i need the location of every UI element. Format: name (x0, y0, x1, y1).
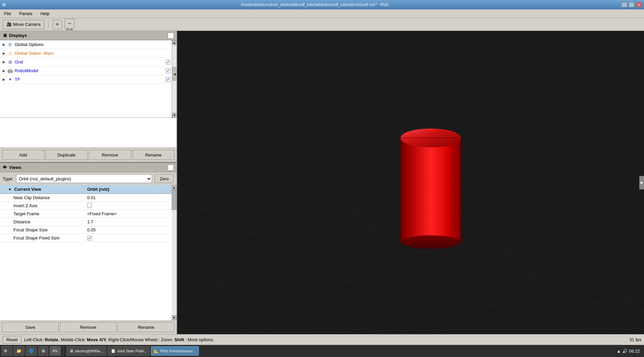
close-button[interactable]: ✕ (636, 2, 642, 7)
menu-file[interactable]: File (3, 10, 12, 17)
near-clip-label: Near Clip Distance (0, 195, 87, 200)
menu-help[interactable]: Help (39, 10, 51, 17)
tf-icon: ✦ (7, 76, 13, 83)
views-row-invert-z[interactable]: Invert Z Axis (0, 202, 172, 210)
add-button[interactable]: Add (2, 150, 44, 160)
views-row-near-clip[interactable]: Near Clip Distance 0.01 (0, 194, 172, 202)
views-scroll-down[interactable]: ▼ (172, 315, 176, 320)
views-remove-button[interactable]: Remove (60, 322, 117, 332)
dropdown-arrow[interactable]: ▼ (66, 28, 73, 30)
window-title: /home/ubuntu/colcon_ws/install/urdf_tuto… (8, 2, 621, 7)
views-rename-button[interactable]: Rename (118, 322, 174, 332)
grid-label: Grid (15, 59, 166, 64)
right-arrow-icon: ▶ (641, 181, 643, 184)
invert-z-checkbox[interactable] (87, 203, 92, 208)
focal-shape-fixed-label: Focal Shape Fixed Size (0, 235, 87, 240)
distance-value[interactable]: 1.7 (87, 219, 172, 224)
taskbar-terminal[interactable]: 🖥 (38, 346, 48, 356)
expand-arrow[interactable]: ▶ (1, 78, 7, 81)
tree-item-global-status[interactable]: ▶ ⚠ Global Status: Warn (0, 49, 172, 58)
views-header: 👁 Views (0, 163, 176, 172)
displays-checkbox[interactable] (168, 33, 174, 39)
scroll-up[interactable]: ▲ (172, 40, 176, 45)
views-row-focal-shape-size[interactable]: Focal Shape Size 0.05 (0, 226, 172, 234)
add-display-button[interactable]: + (53, 20, 62, 29)
taskbar-app-icon[interactable]: ⚙ (1, 346, 12, 356)
views-save-button[interactable]: Save (2, 322, 59, 332)
toolbar: 🎥 Move Camera + − ▼ (0, 18, 644, 31)
invert-z-value[interactable] (87, 203, 172, 209)
expand-arrow[interactable]: ▶ (1, 51, 7, 55)
remove-button[interactable]: Remove (89, 150, 131, 160)
expand-arrow[interactable]: ▶ (1, 43, 7, 46)
focal-shape-fixed-value[interactable]: ✓ (87, 235, 172, 240)
views-header-row: ▼ Current View Orbit (rviz) (0, 185, 172, 194)
remove-display-button[interactable]: − (65, 19, 74, 28)
plus-icon: + (56, 21, 59, 28)
minimize-button[interactable]: ─ (621, 2, 627, 7)
tree-item-grid[interactable]: ▶ ⊞ Grid ✓ (0, 58, 172, 66)
taskbar-rviz-small[interactable]: RV (50, 346, 61, 356)
collapse-icon: ◀ (173, 72, 176, 76)
focal-fixed-checkbox[interactable]: ✓ (87, 236, 92, 240)
robot-checkbox[interactable]: ✓ (166, 69, 170, 73)
collapse-handle[interactable]: ◀ (172, 67, 177, 81)
global-options-label: Global Options (15, 42, 170, 47)
rename-button[interactable]: Rename (132, 150, 175, 160)
views-scroll-thumb[interactable] (172, 190, 176, 210)
focal-shape-size-value[interactable]: 0.05 (87, 227, 172, 232)
views-table: ▼ Current View Orbit (rviz) Near Clip Di… (0, 185, 172, 320)
toolbar-separator (48, 20, 49, 29)
duplicate-button[interactable]: Duplicate (46, 150, 88, 160)
scroll-down[interactable]: ▼ (172, 113, 176, 118)
target-frame-value[interactable]: <Fixed Frame> (87, 211, 172, 216)
type-select[interactable]: Orbit (rviz_default_plugins) (16, 174, 152, 183)
expand-arrow[interactable]: ▶ (1, 60, 7, 64)
views-scroll-up[interactable]: ▲ (172, 185, 176, 190)
views-row-focal-shape-fixed-size[interactable]: Focal Shape Fixed Size ✓ (0, 234, 172, 242)
window-controls: ─ □ ✕ (621, 2, 642, 7)
move-camera-button[interactable]: 🎥 Move Camera (3, 20, 44, 29)
cylinder-svg (397, 128, 464, 249)
menu-panels[interactable]: Panels (18, 10, 34, 17)
display-buttons: Add Duplicate Remove Rename (0, 148, 176, 162)
views-table-container: ▼ Current View Orbit (rviz) Near Clip Di… (0, 185, 176, 320)
views-scroll-track (172, 190, 176, 315)
displays-header: 🖥 Displays (0, 31, 176, 40)
views-title: Views (9, 165, 21, 170)
gear-icon: ⚙ (7, 41, 13, 48)
tree-item-tf[interactable]: ▶ ✦ TF ✓ (0, 75, 172, 84)
maximize-button[interactable]: □ (629, 2, 635, 7)
taskbar-browser[interactable]: 🌐 (26, 346, 37, 356)
views-checkbox[interactable] (168, 165, 174, 171)
zero-button[interactable]: Zero (155, 174, 174, 183)
type-label: Type: (3, 176, 13, 181)
minus-icon: − (68, 20, 71, 27)
near-clip-value[interactable]: 0.01 (87, 195, 172, 200)
cylinder-3d (397, 128, 464, 250)
viewport[interactable]: ▶ (177, 31, 644, 334)
views-row-distance[interactable]: Distance 1.7 (0, 218, 172, 226)
taskbar-joint-state[interactable]: 📋 Joint State Publi... (108, 346, 150, 356)
taskbar-file-manager[interactable]: 📁 (13, 346, 24, 356)
displays-section: 🖥 Displays ▶ ⚙ Global Options (0, 31, 176, 163)
views-scrollbar[interactable]: ▲ ▼ (172, 185, 176, 320)
tree-item-global-options[interactable]: ▶ ⚙ Global Options (0, 40, 172, 49)
main-content: 🖥 Displays ▶ ⚙ Global Options (0, 31, 644, 334)
displays-icon: 🖥 (3, 33, 7, 38)
invert-z-label: Invert Z Axis (0, 203, 87, 208)
robot-model-label: RobotModel (15, 68, 166, 73)
taskbar-rviz-window[interactable]: 📐 RViz /home/ubuntu/... (151, 346, 199, 356)
left-panel: 🖥 Displays ▶ ⚙ Global Options (0, 31, 177, 334)
right-handle[interactable]: ▶ (639, 176, 644, 189)
taskbar-separator (63, 346, 64, 356)
title-bar: ⚙ /home/ubuntu/colcon_ws/install/urdf_tu… (0, 0, 644, 9)
grid-checkbox[interactable]: ✓ (166, 60, 170, 64)
tf-checkbox[interactable]: ✓ (166, 77, 170, 82)
expand-arrow[interactable]: ▶ (1, 69, 7, 73)
taskbar-terminal-open[interactable]: 🖥 ubuntu@b890a... (66, 346, 106, 356)
views-row-target-frame[interactable]: Target Frame <Fixed Frame> (0, 210, 172, 218)
tree-item-robot-model[interactable]: ▶ 🤖 RobotModel ✓ (0, 66, 172, 75)
reset-button[interactable]: Reset (3, 336, 21, 344)
fps-counter: 31 fps (630, 337, 641, 342)
